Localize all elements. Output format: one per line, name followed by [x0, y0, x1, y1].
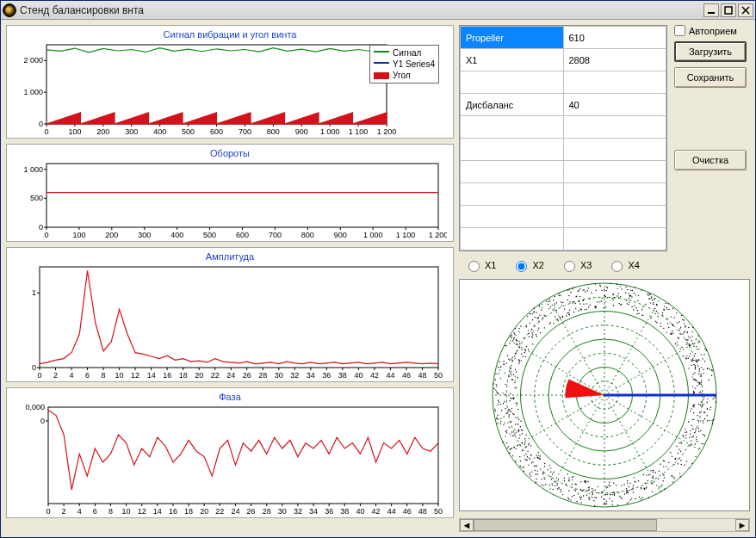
close-button[interactable] — [738, 3, 753, 17]
load-button[interactable]: Загрузить — [674, 41, 747, 62]
svg-point-291 — [641, 498, 641, 499]
svg-point-823 — [509, 427, 510, 428]
table-row[interactable] — [461, 161, 666, 183]
svg-point-1010 — [595, 490, 596, 491]
chart-amplitude: Амплитуда 024681012141618202224262830323… — [6, 247, 454, 382]
svg-point-820 — [648, 298, 649, 299]
table-row[interactable] — [461, 206, 666, 228]
svg-point-522 — [679, 473, 680, 473]
radio-x2[interactable]: X2 — [511, 258, 543, 272]
svg-point-375 — [692, 358, 693, 359]
svg-point-1009 — [538, 457, 539, 458]
svg-point-749 — [555, 296, 555, 297]
horizontal-scrollbar[interactable]: ◄ ► — [459, 518, 750, 532]
svg-point-571 — [601, 300, 602, 301]
minimize-button[interactable] — [703, 3, 719, 17]
svg-text:26: 26 — [247, 507, 256, 516]
svg-point-605 — [686, 331, 687, 332]
svg-point-755 — [611, 500, 612, 501]
svg-point-359 — [579, 296, 580, 297]
svg-point-827 — [543, 485, 544, 485]
svg-point-534 — [588, 288, 589, 288]
svg-point-1105 — [499, 401, 499, 402]
table-row[interactable]: Propeller610 — [461, 27, 666, 49]
svg-point-809 — [604, 504, 604, 504]
radio-x3[interactable]: X3 — [560, 258, 592, 272]
svg-point-261 — [516, 403, 517, 404]
svg-text:40: 40 — [356, 507, 364, 516]
svg-point-818 — [593, 500, 594, 501]
svg-point-1060 — [692, 327, 693, 328]
svg-point-285 — [691, 376, 692, 377]
svg-point-845 — [575, 490, 576, 491]
svg-point-562 — [531, 332, 532, 333]
svg-point-545 — [508, 359, 509, 360]
svg-point-900 — [672, 331, 672, 331]
svg-point-530 — [617, 284, 617, 285]
radio-x1[interactable]: X1 — [464, 258, 496, 272]
svg-point-468 — [641, 488, 641, 489]
svg-text:28: 28 — [263, 507, 271, 516]
svg-point-1048 — [524, 442, 525, 442]
svg-point-313 — [587, 481, 588, 482]
svg-point-475 — [526, 446, 527, 447]
svg-point-301 — [676, 446, 677, 447]
table-row[interactable] — [461, 183, 666, 206]
data-table[interactable]: Propeller610X12808Дисбаланс40 — [459, 25, 667, 251]
svg-point-357 — [524, 438, 525, 439]
svg-point-442 — [688, 421, 689, 422]
svg-point-385 — [707, 415, 708, 416]
svg-point-821 — [496, 386, 497, 386]
clear-button[interactable]: Очистка — [674, 150, 747, 170]
client-area: Сигнал вибрации и угол винта 01002003004… — [1, 20, 755, 537]
svg-point-907 — [703, 420, 703, 421]
svg-point-229 — [678, 453, 679, 454]
svg-point-894 — [666, 308, 666, 309]
svg-point-811 — [506, 432, 507, 433]
svg-point-741 — [534, 307, 535, 308]
svg-point-1082 — [712, 423, 713, 424]
svg-point-686 — [695, 380, 696, 380]
svg-text:6: 6 — [93, 507, 97, 516]
radio-x4[interactable]: X4 — [607, 258, 639, 272]
svg-point-934 — [660, 326, 661, 327]
svg-point-243 — [519, 435, 520, 436]
svg-point-942 — [517, 424, 518, 424]
autoreceive-checkbox[interactable]: Автоприем — [674, 25, 737, 36]
table-row[interactable] — [461, 228, 666, 250]
table-row[interactable] — [461, 71, 666, 94]
autoreceive-input[interactable] — [674, 25, 685, 36]
svg-point-462 — [517, 409, 518, 410]
svg-point-999 — [543, 477, 544, 478]
svg-point-745 — [510, 433, 511, 434]
svg-point-521 — [524, 447, 525, 448]
svg-point-550 — [664, 477, 665, 478]
svg-point-499 — [621, 288, 622, 289]
svg-point-928 — [691, 340, 692, 341]
svg-text:400: 400 — [153, 127, 166, 136]
svg-point-1103 — [693, 392, 694, 393]
svg-point-563 — [510, 410, 511, 411]
svg-point-860 — [671, 475, 672, 476]
table-row[interactable] — [461, 116, 666, 139]
svg-point-230 — [609, 482, 610, 483]
table-row[interactable] — [461, 139, 666, 161]
svg-text:42: 42 — [370, 371, 379, 380]
svg-point-1059 — [511, 408, 512, 409]
scroll-right-arrow[interactable]: ► — [735, 519, 749, 531]
svg-point-969 — [513, 399, 514, 399]
svg-point-671 — [691, 444, 692, 445]
svg-point-738 — [552, 473, 553, 474]
svg-point-1008 — [703, 373, 703, 374]
svg-point-510 — [524, 337, 524, 338]
table-row[interactable]: X12808 — [461, 49, 666, 71]
svg-point-815 — [642, 306, 643, 307]
polar-chart — [459, 279, 750, 511]
svg-text:36: 36 — [325, 507, 333, 516]
maximize-button[interactable] — [721, 3, 736, 17]
save-button[interactable]: Сохранить — [674, 67, 747, 88]
titlebar[interactable]: Стенд балансировки внта — [1, 1, 755, 20]
table-row[interactable]: Дисбаланс40 — [461, 94, 666, 116]
scroll-left-arrow[interactable]: ◄ — [460, 519, 474, 531]
svg-point-837 — [578, 290, 579, 291]
